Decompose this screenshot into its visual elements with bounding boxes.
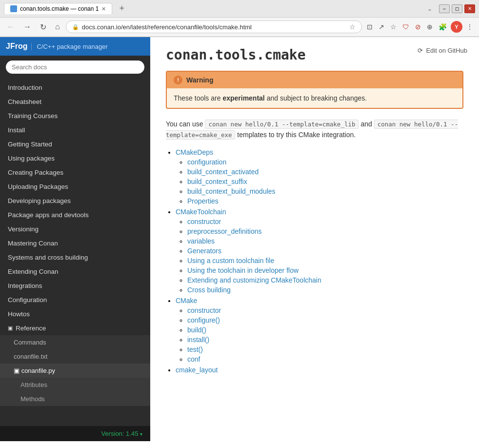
warning-bold-text: experimental [222,94,264,102]
edit-on-github-link[interactable]: ⟳ Edit on GitHub [418,47,467,54]
sidebar-section-reference-label: Reference [16,325,46,332]
properties-link[interactable]: Properties [187,197,219,205]
list-item: build_context_suffix [187,178,463,185]
list-item: Generators [187,247,463,255]
list-item: configuration [187,158,463,166]
sidebar-item-systems-cross-building[interactable]: Systems and cross building [0,250,150,265]
star-icon[interactable]: ☆ [388,21,399,33]
build-context-activated-link[interactable]: build_context_activated [187,168,259,176]
sidebar-item-developing-packages[interactable]: Developing packages [0,194,150,208]
forward-button[interactable]: → [20,21,34,32]
custom-toolchain-link[interactable]: Using a custom toolchain file [187,257,274,265]
sidebar-item-attributes[interactable]: Attributes [0,378,150,392]
block-icon[interactable]: ⊘ [413,21,423,33]
build-context-suffix-link[interactable]: build_context_suffix [187,178,247,185]
tab-close-button[interactable]: ✕ [101,6,106,12]
generators-link[interactable]: Generators [187,247,221,255]
sidebar-item-mastering-conan[interactable]: Mastering Conan [0,236,150,250]
user-avatar[interactable]: Y [451,21,462,33]
more-tabs-button[interactable]: ⌄ [423,5,436,12]
version-label: Version: 1.45 [101,430,138,437]
cmakedeps-link[interactable]: CMakeDeps [176,148,213,156]
browser-chrome: conan.tools.cmake — conan 1 ✕ + ⌄ – ◻ ✕ … [0,0,479,37]
cmaketoolchain-sublist: constructor preprocessor_definitions var… [176,218,463,294]
list-item-cmake-layout: cmake_layout [176,366,463,374]
cmake-test-link[interactable]: test() [187,346,203,353]
sidebar-item-versioning[interactable]: Versioning [0,222,150,236]
list-item: constructor [187,218,463,225]
sidebar-item-howtos[interactable]: Howtos [0,307,150,321]
cross-building-link[interactable]: Cross building [187,286,231,294]
sidebar-item-uploading-packages[interactable]: Uploading Packages [0,180,150,194]
warning-header: ! Warning [167,72,462,88]
sidebar-item-methods[interactable]: Methods [0,392,150,406]
sidebar-item-cheatsheet[interactable]: Cheatsheet [0,95,150,109]
address-bar[interactable]: 🔒 docs.conan.io/en/latest/reference/cona… [66,20,362,33]
list-item: variables [187,237,463,245]
sidebar-item-package-apps[interactable]: Package apps and devtools [0,208,150,222]
warning-icon: ! [174,76,182,84]
close-button[interactable]: ✕ [464,4,475,13]
code1: conan new hello/0.1 --template=cmake_lib [205,120,359,129]
lock-icon: 🔒 [72,24,79,30]
tab-favicon [10,5,17,12]
sidebar-section-reference[interactable]: ▣ Reference [0,321,150,335]
sidebar-item-getting-started[interactable]: Getting Started [0,137,150,151]
back-button[interactable]: ← [4,21,18,32]
browser-tab[interactable]: conan.tools.cmake — conan 1 ✕ [4,3,112,14]
list-item: Properties [187,197,463,205]
list-item: Extending and customizing CMakeToolchain [187,276,463,284]
cmake-build-link[interactable]: build() [187,326,206,334]
restore-button[interactable]: ◻ [452,4,462,13]
configuration-link[interactable]: configuration [187,158,226,166]
home-button[interactable]: ⌂ [52,21,63,32]
sidebar-item-commands[interactable]: Commands [0,335,150,349]
sidebar-footer[interactable]: Version: 1.45 ▾ [0,426,150,441]
list-item: configure() [187,316,463,324]
extension-icon[interactable]: ⊕ [425,21,435,33]
warning-body: These tools are experimental and subject… [167,88,462,108]
reload-button[interactable]: ↻ [37,21,49,33]
sidebar-item-configuration[interactable]: Configuration [0,293,150,307]
intro-text3: templates to try this CMake integration. [237,131,356,139]
sidebar-item-creating-packages[interactable]: Creating Packages [0,165,150,180]
cmake-layout-link[interactable]: cmake_layout [176,366,218,374]
sub-section-toggle: ▣ [14,367,21,374]
menu-button[interactable]: ⋮ [464,21,475,33]
bookmark-icon[interactable]: ☆ [349,23,356,31]
cast-icon[interactable]: ⊡ [365,21,375,33]
sidebar-item-install[interactable]: Install [0,123,150,137]
cmake-configure-link[interactable]: configure() [187,316,220,324]
preprocessor-definitions-link[interactable]: preprocessor_definitions [187,227,262,235]
share-icon[interactable]: ↗ [377,21,386,33]
list-item: build_context_activated [187,168,463,176]
new-tab-button[interactable]: + [115,3,128,14]
cmake-constructor-link[interactable]: constructor [187,306,221,314]
sidebar-item-extending-conan[interactable]: Extending Conan [0,265,150,279]
security-icon[interactable]: 🛡 [400,21,411,33]
app-layout: JFrog C/C++ package manager Introduction… [0,37,479,441]
search-input[interactable] [6,61,144,74]
list-item-cmake: CMake constructor configure() build() in… [176,297,463,363]
cmake-install-link[interactable]: install() [187,336,209,344]
cmaketoolchain-link[interactable]: CMakeToolchain [176,208,226,216]
cmake-conf-link[interactable]: conf [187,355,200,363]
toolchain-developer-flow-link[interactable]: Using the toolchain in developer flow [187,266,299,274]
list-item: build() [187,326,463,334]
minimize-button[interactable]: – [439,4,450,13]
sidebar-item-training-courses[interactable]: Training Courses [0,109,150,123]
sidebar-item-conanfile-py[interactable]: ▣ conanfile.py [0,364,150,378]
list-item: preprocessor_definitions [187,227,463,235]
cmake-link[interactable]: CMake [176,297,197,305]
constructor-link[interactable]: constructor [187,218,221,225]
sidebar-item-using-packages[interactable]: Using packages [0,151,150,165]
extending-cmaketoolchain-link[interactable]: Extending and customizing CMakeToolchain [187,276,321,284]
sidebar-item-conanfile-txt[interactable]: conanfile.txt [0,349,150,364]
build-context-build-modules-link[interactable]: build_context_build_modules [187,187,276,195]
sidebar-item-introduction[interactable]: Introduction [0,81,150,95]
variables-link[interactable]: variables [187,237,215,245]
address-text: docs.conan.io/en/latest/reference/conanf… [82,23,346,31]
puzzle-icon[interactable]: 🧩 [437,21,449,33]
sidebar-item-integrations[interactable]: Integrations [0,279,150,293]
warning-title: Warning [186,76,213,84]
